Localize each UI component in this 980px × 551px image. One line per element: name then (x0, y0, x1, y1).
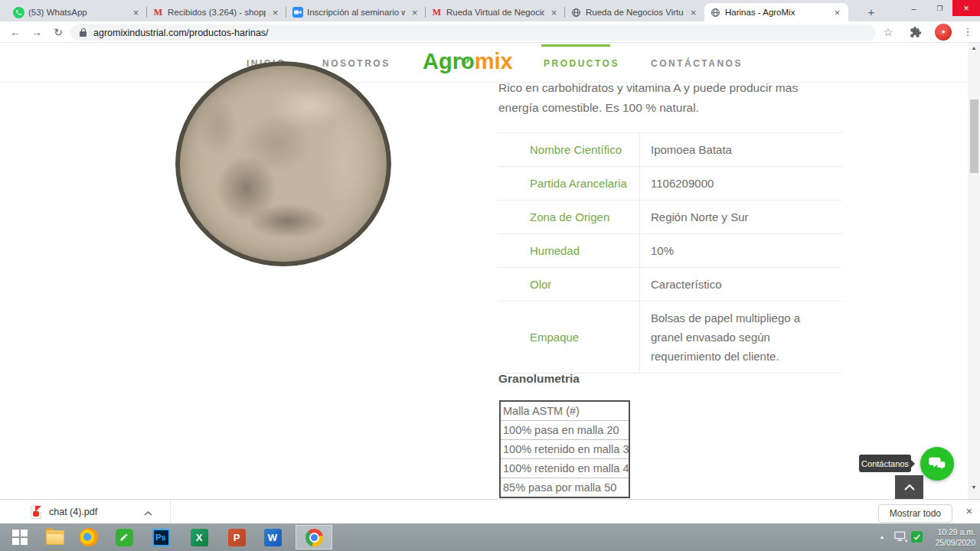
product-description: Rico en carbohidratos y vitamina A y pue… (498, 78, 828, 118)
tab-title: Inscripción al seminario web exi (307, 8, 405, 17)
page-scrollbar[interactable]: ▲ ▼ (968, 43, 980, 499)
whatsapp-icon (13, 7, 24, 18)
photoshop-icon[interactable]: Ps (152, 528, 170, 546)
spec-label: Humedad (498, 244, 639, 257)
granulometry-row: 100% retenido en malla 30 (501, 440, 629, 459)
extensions-puzzle-icon[interactable] (910, 26, 922, 38)
tray-show-hidden-icons[interactable]: ▴ (880, 533, 884, 540)
tab-title: (53) WhatsApp (28, 8, 126, 17)
pdf-file-icon (31, 506, 41, 519)
tab-title: Rueda de Negocios Virtual 2020 (586, 8, 684, 17)
download-item-chat-pdf[interactable]: chat (4).pdf (31, 500, 152, 524)
table-row: Olor Característico (498, 267, 842, 301)
tab-close-icon[interactable]: × (270, 8, 281, 18)
address-bar[interactable]: agromixindustrial.com/productos-harinas/ (70, 24, 876, 41)
nav-link-productos[interactable]: PRODUCTOS (544, 58, 619, 69)
agromix-logo[interactable]: Agromix (423, 49, 513, 74)
screen: (53) WhatsApp × M Recibidos (3.264) - sh… (0, 0, 980, 551)
spec-value: Bolsas de papel multipliego a granel env… (639, 302, 804, 373)
nav-link-nosotros[interactable]: NOSOTROS (322, 58, 390, 69)
forward-icon[interactable]: → (29, 24, 44, 40)
excel-icon[interactable]: X (190, 528, 208, 546)
download-file-name: chat (4).pdf (49, 507, 135, 517)
tab-rueda-negocios[interactable]: Rueda de Negocios Virtual 2020 × (565, 3, 704, 21)
granulometry-row: 100% retenido en malla 40 (501, 459, 629, 478)
granulometry-table: Malla ASTM (#) 100% pasa en malla 20 100… (499, 400, 630, 498)
notes-app-icon[interactable] (115, 528, 133, 546)
chat-widget-button[interactable] (920, 447, 954, 481)
spec-label: Empaque (498, 331, 639, 344)
show-all-downloads-button[interactable]: Mostrar todo (878, 504, 952, 523)
tabs: (53) WhatsApp × M Recibidos (3.264) - sh… (8, 0, 848, 21)
network-tray-icon[interactable] (894, 531, 907, 546)
table-divider (639, 132, 640, 373)
powerpoint-icon[interactable]: P (227, 528, 246, 546)
file-explorer-icon[interactable] (46, 528, 64, 546)
table-row: Partida Arancelaria 1106209000 (498, 166, 842, 200)
tab-whatsapp[interactable]: (53) WhatsApp × (8, 3, 147, 21)
spec-label: Olor (498, 278, 639, 291)
spec-value: Ipomoea Batata (639, 133, 804, 166)
back-icon[interactable]: ← (8, 24, 23, 40)
zoom-icon (292, 7, 303, 18)
nav-link-contactanos[interactable]: CONTÁCTANOS (651, 58, 743, 69)
chat-tooltip: Contáctanos (859, 455, 911, 472)
spec-label: Partida Arancelaria (498, 177, 639, 190)
clock-time: 10:29 a.m. (935, 527, 975, 537)
logo-text-orange: mix (475, 49, 513, 73)
lock-icon[interactable] (80, 28, 87, 37)
tab-close-icon[interactable]: × (548, 8, 560, 18)
word-icon[interactable]: W (263, 528, 282, 546)
web-page: INICIO NOSOTROS Agromix PRODUCTOS CONTÁC… (0, 43, 968, 499)
chevron-up-icon (904, 484, 915, 491)
tab-title: Rueda Virtual de Negocios 2020 (446, 8, 544, 17)
downloads-bar: chat (4).pdf Mostrar todo × (0, 499, 980, 523)
tab-close-icon[interactable]: × (130, 8, 142, 18)
scroll-to-top-button[interactable] (895, 475, 923, 499)
browser-toolbar: ← → ↻ agromixindustrial.com/productos-ha… (0, 21, 980, 43)
reload-icon[interactable]: ↻ (51, 24, 66, 40)
globe-icon (710, 7, 721, 18)
chrome-icon[interactable] (305, 528, 323, 546)
table-row: Zona de Origen Región Norte y Sur (498, 200, 842, 233)
sync-status-tray-icon[interactable] (911, 531, 923, 543)
gmail-icon: M (152, 7, 164, 18)
scrollbar-thumb[interactable] (970, 99, 978, 173)
site-navbar: INICIO NOSOTROS Agromix PRODUCTOS CONTÁC… (0, 43, 968, 83)
tab-close-icon[interactable]: × (831, 8, 843, 18)
profile-avatar[interactable]: ✦ (935, 24, 952, 41)
tab-zoom-seminario[interactable]: Inscripción al seminario web exi × (286, 3, 426, 21)
tab-close-icon[interactable]: × (409, 8, 420, 18)
downloads-separator (170, 500, 171, 524)
taskbar-clock[interactable]: 10:29 a.m. 25/09/2020 (935, 527, 975, 548)
browser-menu-icon[interactable]: ⋮ (962, 24, 974, 40)
granulometry-row: Malla ASTM (#) (501, 402, 629, 421)
tab-gmail-rueda[interactable]: M Rueda Virtual de Negocios 2020 × (426, 3, 565, 21)
sprout-icon (459, 44, 472, 54)
scrollbar-down-icon[interactable]: ▼ (968, 482, 980, 493)
new-tab-button[interactable]: + (864, 5, 879, 20)
tab-harinas-agromix-active[interactable]: Harinas - AgroMix × (704, 3, 848, 21)
bookmark-star-icon[interactable]: ☆ (880, 24, 896, 40)
downloads-bar-close-icon[interactable]: × (966, 505, 972, 517)
chat-bubbles-icon (929, 456, 946, 471)
window-maximize-button[interactable]: ❐ (927, 0, 952, 16)
scrollbar-up-icon[interactable]: ▲ (968, 43, 980, 54)
url-text: agromixindustrial.com/productos-harinas/ (93, 28, 269, 38)
windows-taskbar: Ps X P W ▴ 10:29 a.m. 25/09/2020 (0, 523, 980, 551)
window-minimize-button[interactable]: – (901, 0, 926, 16)
product-specs-table: Nombre Científico Ipomoea Batata Partida… (498, 132, 842, 373)
firefox-icon[interactable] (80, 528, 98, 546)
table-row: Empaque Bolsas de papel multipliego a gr… (498, 301, 842, 373)
download-caret-icon[interactable] (144, 505, 152, 519)
tab-gmail-recibidos[interactable]: M Recibidos (3.264) - shopping.cyc × (147, 3, 286, 21)
tab-close-icon[interactable]: × (688, 8, 699, 18)
spec-label: Nombre Científico (498, 143, 639, 156)
table-row: Nombre Científico Ipomoea Batata (498, 132, 842, 166)
spec-label: Zona de Origen (498, 210, 639, 223)
window-close-button[interactable]: × (952, 0, 980, 16)
granulometry-heading: Granolumetria (498, 372, 580, 386)
start-button[interactable] (11, 528, 29, 546)
tab-title: Harinas - AgroMix (725, 8, 828, 17)
spec-value: Región Norte y Sur (639, 201, 804, 233)
